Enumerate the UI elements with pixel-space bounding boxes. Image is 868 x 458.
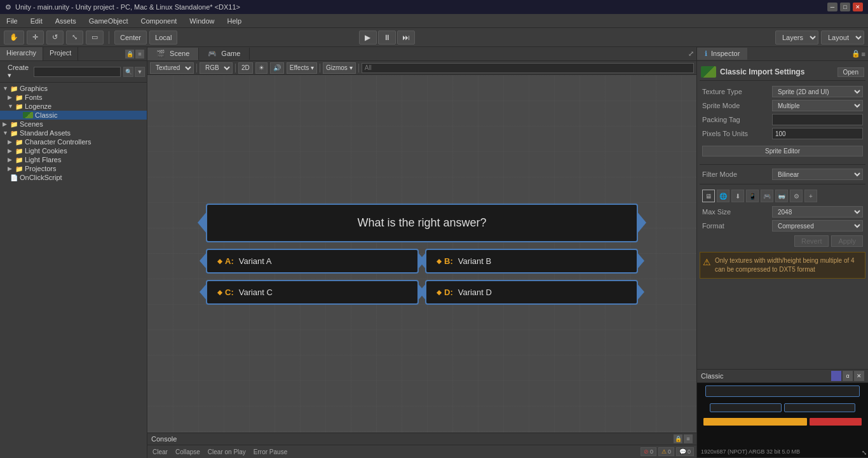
platform-plus-icon[interactable]: + [804, 190, 817, 202]
inspector-menu-btn[interactable]: ≡ [862, 50, 865, 58]
tree-item-char-controllers[interactable]: ▶ 📁 Character Controllers [0, 137, 147, 146]
menu-help[interactable]: Help [220, 16, 248, 26]
tab-lock-button[interactable]: 🔒 [125, 50, 134, 59]
tree-item-classic[interactable]: Classic [0, 111, 147, 120]
console-error-pause-button[interactable]: Error Pause [251, 448, 290, 455]
console-toolbar: Clear Collapse Clear on Play Error Pause… [147, 445, 696, 458]
pixels-to-units-label: Pixels To Units [702, 130, 772, 137]
pixels-to-units-input[interactable] [772, 128, 863, 139]
tree-item-light-flares[interactable]: ▶ 📁 Light Flares [0, 155, 147, 164]
rgb-select[interactable]: RGB [200, 62, 233, 74]
tree-item-onclick-script[interactable]: 📄 OnClickScript [0, 173, 147, 182]
texture-type-select[interactable]: Sprite (2D and UI) [772, 86, 863, 97]
inspector-open-button[interactable]: Open [837, 67, 864, 77]
tab-inspector[interactable]: ℹ Inspector [697, 48, 747, 60]
scene-search-input[interactable] [362, 63, 694, 73]
preview-color-btn[interactable] [831, 371, 841, 381]
layout-select[interactable]: Layout [821, 31, 864, 45]
tree-item-scenes[interactable]: ▶ 📁 Scenes [0, 120, 147, 128]
menu-window[interactable]: Window [183, 16, 220, 26]
tree-item-projectors[interactable]: ▶ 📁 Projectors [0, 164, 147, 173]
search-input[interactable] [34, 67, 121, 77]
pause-button[interactable]: ⏸ [378, 31, 396, 45]
tree-item-logenze[interactable]: ▼ 📁 Logenze [0, 102, 147, 111]
platform-vr-icon[interactable]: 🥽 [775, 190, 788, 202]
title-bar: ⚙ Unity - main.unity - Unity project - P… [0, 0, 868, 14]
console-collapse-button[interactable]: Collapse [173, 448, 203, 455]
rotate-tool-button[interactable]: ↺ [46, 31, 64, 45]
tab-game[interactable]: 🎮 Game [199, 48, 250, 60]
platform-web-icon[interactable]: 🌐 [717, 190, 729, 202]
sprite-mode-select[interactable]: Multiple [772, 100, 863, 111]
arrow-fonts: ▶ [8, 94, 14, 101]
menu-component[interactable]: Component [134, 16, 183, 26]
right-panel: ℹ Inspector 🔒 ≡ Classic Import Settings … [696, 47, 868, 458]
scale-tool-button[interactable]: ⤡ [66, 31, 83, 45]
platform-controller-icon[interactable]: 🎮 [761, 190, 773, 202]
filter-mode-select[interactable]: Bilinear [772, 169, 863, 180]
packing-tag-input[interactable] [772, 114, 863, 125]
max-size-select[interactable]: 2048 [772, 206, 863, 218]
move-tool-button[interactable]: ✛ [27, 31, 44, 45]
warning-text: Only textures with width/height being mu… [715, 256, 862, 274]
platform-settings-icon[interactable]: ⚙ [790, 190, 803, 202]
local-button[interactable]: Local [149, 31, 177, 45]
maximize-button[interactable]: □ [840, 3, 850, 11]
2d-button[interactable]: 2D [238, 62, 253, 74]
tab-hierarchy[interactable]: Hierarchy [0, 47, 43, 60]
menu-gameobject[interactable]: GameObject [83, 16, 135, 26]
console-clear-on-play-button[interactable]: Clear on Play [205, 448, 248, 455]
arrow-projectors: ▶ [8, 165, 14, 172]
tree-item-graphics[interactable]: ▼ 📁 Graphics [0, 84, 147, 93]
main-area: Hierarchy Project 🔒 ≡ Create ▾ 🔍 ▼ ▼ 📁 G… [0, 47, 868, 458]
inspector-lock-btn[interactable]: 🔒 [851, 50, 860, 58]
scene-tab-maximize-btn[interactable]: ⤢ [686, 50, 696, 58]
scene-viewport: What is the right answer? A: Variant A B… [147, 75, 696, 433]
menu-assets[interactable]: Assets [49, 16, 83, 26]
console-menu-btn[interactable]: ≡ [684, 434, 693, 443]
lighting-button[interactable]: ☀ [255, 62, 268, 74]
tab-scene[interactable]: 🎬 Scene [147, 48, 199, 60]
hand-tool-button[interactable]: ✋ [4, 31, 24, 45]
apply-button[interactable]: Apply [831, 235, 863, 247]
tree-item-light-cookies[interactable]: ▶ 📁 Light Cookies [0, 146, 147, 155]
error-icon: ⊘ [644, 448, 649, 455]
minimize-button[interactable]: ─ [827, 3, 837, 11]
search-filter-button[interactable]: ▼ [135, 67, 145, 77]
audio-button[interactable]: 🔊 [270, 62, 284, 74]
create-button[interactable]: Create ▾ [3, 62, 34, 81]
step-button[interactable]: ⏭ [397, 31, 415, 45]
sprite-editor-button[interactable]: Sprite Editor [702, 146, 863, 156]
inspector-content: Classic Import Settings Open Texture Typ… [697, 61, 868, 369]
tab-project[interactable]: Project [43, 47, 78, 60]
menu-edit[interactable]: Edit [24, 16, 49, 26]
tab-menu-button[interactable]: ≡ [135, 50, 144, 59]
inspector-warning: ⚠ Only textures with width/height being … [700, 252, 865, 279]
effects-button[interactable]: Effects ▾ [287, 62, 317, 74]
tree-item-fonts[interactable]: ▶ 📁 Fonts [0, 93, 147, 102]
preview-close-btn[interactable]: ✕ [854, 371, 864, 381]
format-select[interactable]: Compressed [772, 220, 863, 232]
max-size-label: Max Size [702, 208, 772, 216]
revert-button[interactable]: Revert [794, 235, 829, 247]
gizmos-button[interactable]: Gizmos ▾ [323, 62, 356, 74]
packing-tag-value [772, 114, 863, 125]
menu-file[interactable]: File [0, 16, 24, 26]
answer-c-letter: C: [217, 288, 234, 297]
platform-pc-icon[interactable]: 🖥 [702, 190, 715, 202]
platform-mobile-icon[interactable]: 📱 [746, 190, 759, 202]
textured-select[interactable]: Textured [150, 62, 194, 74]
tree-item-standard-assets[interactable]: ▼ 📁 Standard Assets [0, 128, 147, 137]
preview-alpha-btn[interactable]: α [843, 371, 853, 381]
play-button[interactable]: ▶ [359, 31, 377, 45]
search-go-button[interactable]: 🔍 [123, 67, 133, 77]
platform-standalone-icon[interactable]: ⬇ [731, 190, 744, 202]
center-button[interactable]: Center [114, 31, 147, 45]
inspector-sep2 [700, 184, 865, 184]
console-lock-btn[interactable]: 🔒 [674, 434, 682, 443]
rect-tool-button[interactable]: ▭ [86, 31, 104, 45]
console-clear-button[interactable]: Clear [150, 448, 170, 455]
close-button[interactable]: ✕ [853, 3, 863, 11]
preview-resize-icon[interactable]: ⤡ [862, 448, 867, 456]
layers-select[interactable]: Layers [775, 31, 818, 45]
